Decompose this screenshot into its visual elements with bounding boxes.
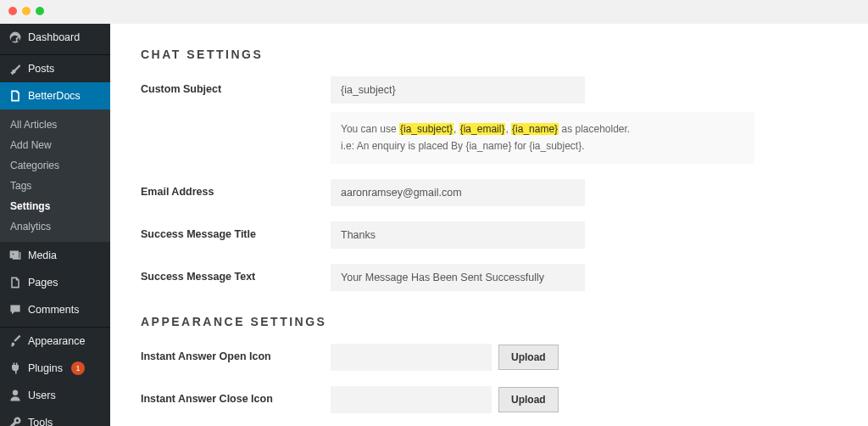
sidebar-item-plugins[interactable]: Plugins 1 — [0, 355, 110, 382]
pin-icon — [8, 62, 22, 76]
label-success-text: Success Message Text — [141, 264, 331, 283]
row-close-icon: Instant Answer Close Icon Upload — [141, 386, 837, 413]
submenu-settings[interactable]: Settings — [0, 196, 110, 216]
label-close-icon: Instant Answer Close Icon — [141, 386, 331, 405]
sidebar-label: Plugins — [28, 362, 63, 374]
submenu-categories[interactable]: Categories — [0, 155, 110, 176]
row-success-text: Success Message Text — [141, 264, 837, 291]
row-success-title: Success Message Title — [141, 221, 837, 249]
sidebar-item-media[interactable]: Media — [0, 242, 110, 269]
submenu-all-articles[interactable]: All Articles — [0, 115, 110, 135]
label-custom-subject: Custom Subject — [141, 76, 331, 95]
label-email: Email Address — [141, 179, 331, 198]
plugins-badge: 1 — [71, 362, 85, 375]
settings-content: CHAT SETTINGS Custom Subject You can use… — [110, 24, 868, 426]
placeholder-tag: {ia_name} — [511, 123, 559, 135]
upload-open-icon-button[interactable]: Upload — [498, 345, 559, 370]
label-success-title: Success Message Title — [141, 221, 331, 240]
custom-subject-help: You can use {ia_subject}, {ia_email}, {i… — [331, 112, 754, 164]
sidebar-item-users[interactable]: Users — [0, 382, 110, 409]
submenu-tags[interactable]: Tags — [0, 176, 110, 196]
admin-sidebar: Dashboard Posts BetterDocs All Articles … — [0, 24, 110, 426]
page-icon — [8, 276, 22, 289]
dashboard-icon — [8, 31, 22, 44]
input-close-icon[interactable] — [331, 386, 492, 413]
row-email: Email Address — [141, 179, 837, 206]
wrench-icon — [8, 416, 22, 426]
row-open-icon: Instant Answer Open Icon Upload — [141, 344, 837, 371]
sidebar-item-posts[interactable]: Posts — [0, 55, 110, 82]
sidebar-label: Dashboard — [28, 31, 80, 43]
brush-icon — [8, 334, 22, 348]
sidebar-item-betterdocs[interactable]: BetterDocs — [0, 82, 110, 109]
input-success-text[interactable] — [331, 264, 585, 291]
sidebar-item-pages[interactable]: Pages — [0, 269, 110, 296]
sidebar-label: BetterDocs — [28, 90, 81, 102]
input-email[interactable] — [331, 179, 585, 206]
sidebar-label: Posts — [28, 63, 54, 75]
maximize-window-icon[interactable] — [36, 7, 44, 15]
placeholder-tag: {ia_subject} — [399, 123, 453, 135]
input-custom-subject[interactable] — [331, 76, 585, 104]
sidebar-label: Media — [28, 249, 57, 261]
label-open-icon: Instant Answer Open Icon — [141, 344, 331, 362]
comment-icon — [8, 303, 22, 317]
submenu-add-new[interactable]: Add New — [0, 135, 110, 155]
sidebar-label: Tools — [28, 417, 53, 426]
close-window-icon[interactable] — [8, 7, 17, 15]
plug-icon — [8, 362, 22, 375]
sidebar-submenu: All Articles Add New Categories Tags Set… — [0, 109, 110, 242]
chat-settings-heading: CHAT SETTINGS — [141, 48, 837, 61]
sidebar-label: Pages — [28, 277, 58, 289]
sidebar-item-tools[interactable]: Tools — [0, 409, 110, 426]
user-icon — [8, 389, 22, 402]
appearance-settings-heading: APPEARANCE SETTINGS — [141, 315, 837, 328]
sidebar-item-dashboard[interactable]: Dashboard — [0, 24, 110, 51]
input-open-icon[interactable] — [331, 344, 492, 371]
sidebar-item-comments[interactable]: Comments — [0, 296, 110, 323]
docs-icon — [8, 89, 22, 103]
minimize-window-icon[interactable] — [22, 7, 31, 15]
upload-close-icon-button[interactable]: Upload — [498, 387, 559, 412]
placeholder-tag: {ia_email} — [459, 123, 506, 135]
submenu-analytics[interactable]: Analytics — [0, 216, 110, 237]
sidebar-item-appearance[interactable]: Appearance — [0, 328, 110, 355]
window-controls — [8, 7, 44, 15]
row-custom-subject: Custom Subject — [141, 76, 837, 104]
sidebar-label: Comments — [28, 304, 79, 316]
sidebar-label: Appearance — [28, 335, 85, 347]
input-success-title[interactable] — [331, 221, 585, 249]
sidebar-label: Users — [28, 390, 56, 401]
media-icon — [8, 249, 22, 262]
